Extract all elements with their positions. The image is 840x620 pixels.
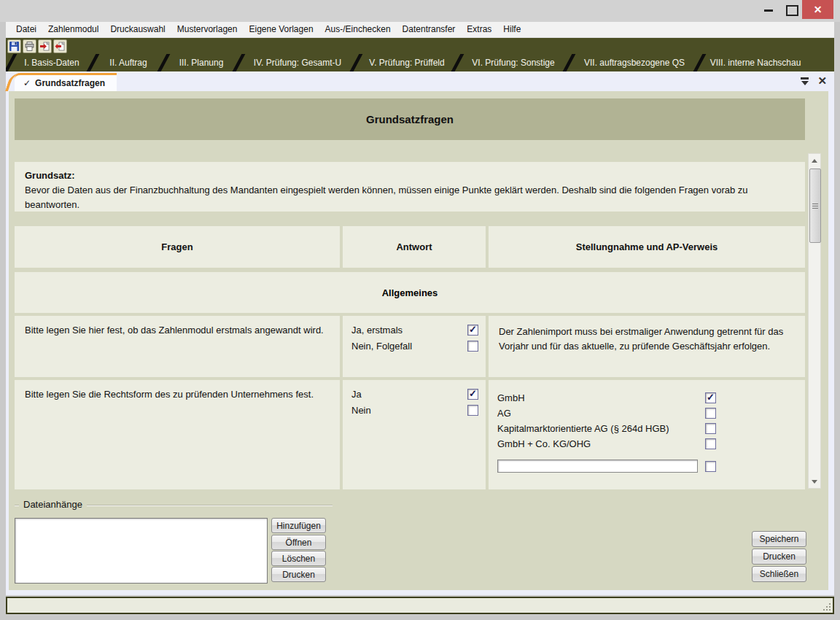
answer-line: Ja, erstmals [351, 322, 478, 338]
maximize-button[interactable] [782, 1, 802, 19]
custom-legal-form-input[interactable] [497, 460, 698, 473]
tab-pruefung-prueffeld[interactable]: V. Prüfung: Prüffeld [361, 54, 453, 71]
option-line: AG [497, 406, 716, 421]
custom-option-line [497, 460, 716, 473]
answer-line: Nein, Folgefall [351, 338, 478, 354]
menu-zahlenmodul[interactable]: Zahlenmodul [42, 22, 104, 37]
row1-answer-nein-checkbox[interactable] [467, 341, 478, 352]
tab-separator [159, 54, 168, 71]
menu-extras[interactable]: Extras [461, 22, 497, 37]
answer-label: Ja, erstmals [351, 325, 402, 336]
attachment-open-button[interactable]: Öffnen [271, 535, 326, 550]
option-label: Kapitalmarktorientierte AG (§ 264d HGB) [497, 423, 669, 434]
tab-separator [695, 54, 704, 71]
subtab-check-icon: ✓ [23, 78, 31, 88]
option-label: AG [497, 408, 511, 419]
print-button[interactable] [23, 39, 36, 53]
intro-heading: Grundsatz: [25, 168, 795, 183]
answer-line: Nein [351, 402, 478, 418]
menu-hilfe[interactable]: Hilfe [497, 22, 526, 37]
option-gmbh-co-kg-checkbox[interactable] [705, 438, 716, 449]
title-bar: ✕ [0, 0, 840, 22]
row1-question: Bitte legen Sie hier fest, ob das Zahlen… [15, 316, 340, 377]
checkin-button[interactable] [38, 39, 52, 53]
tab-separator [564, 54, 574, 71]
tab-auftragsbezogene-qs[interactable]: VII. auftragsbezogene QS [574, 54, 695, 71]
menu-bar: Datei Zahlenmodul Druckauswahl Mustervor… [6, 22, 834, 38]
scrollbar-thumb[interactable] [809, 168, 821, 243]
attachment-add-button[interactable]: Hinzufügen [271, 518, 326, 533]
tab-pruefung-sonstige[interactable]: VI. Prüfung: Sonstige [462, 54, 564, 71]
tab-basis-daten[interactable]: I. Basis-Daten [15, 54, 88, 71]
tab-list-dropdown-icon[interactable] [801, 77, 809, 85]
column-header-antwort: Antwort [343, 226, 486, 268]
attachment-print-button[interactable]: Drucken [271, 567, 326, 582]
menu-datentransfer[interactable]: Datentransfer [397, 22, 462, 37]
tab-planung[interactable]: III. Planung [168, 54, 234, 71]
maximize-icon [786, 5, 798, 16]
answer-label: Ja [351, 389, 362, 400]
resize-grip[interactable] [822, 602, 831, 611]
intro-box: Grundsatz: Bevor die Daten aus der Finan… [15, 162, 805, 212]
option-label: GmbH + Co. KG/OHG [497, 438, 591, 449]
attachment-delete-button[interactable]: Löschen [271, 551, 326, 566]
print-icon [24, 41, 35, 52]
close-button[interactable]: ✕ [802, 0, 833, 19]
scroll-down-icon[interactable] [809, 476, 820, 487]
option-label: GmbH [497, 392, 525, 403]
option-kapitalmarkt-ag-checkbox[interactable] [705, 423, 716, 434]
row2-answer-nein-checkbox[interactable] [467, 405, 478, 416]
close-icon: ✕ [814, 4, 822, 15]
subtab-grundsatzfragen[interactable]: ✓ Grundsatzfragen [15, 73, 117, 91]
option-gmbh-checkbox[interactable] [705, 392, 716, 403]
tab-interne-nachschau[interactable]: VIII. interne Nachschau [704, 54, 806, 71]
checkin-document-icon [39, 41, 50, 52]
toolbar [6, 38, 834, 54]
row2-answers: Ja Nein [343, 380, 486, 489]
save-icon [9, 41, 20, 52]
custom-legal-form-checkbox[interactable] [705, 461, 716, 472]
minimize-button[interactable] [758, 1, 779, 19]
attachments-group-label: Dateianhänge [19, 499, 87, 510]
close-document-button[interactable]: Schließen [752, 566, 806, 582]
tab-separator [234, 54, 244, 71]
answer-line: Ja [351, 386, 478, 402]
row2-options: GmbH AG Kapitalmarktorientierte AG (§ 26… [489, 380, 805, 489]
scroll-up-icon[interactable] [809, 155, 820, 166]
checkout-button[interactable] [53, 39, 67, 53]
print-document-button[interactable]: Drucken [752, 549, 806, 565]
tab-pruefung-gesamt-u[interactable]: IV. Prüfung: Gesamt-U [244, 54, 351, 71]
vertical-scrollbar[interactable] [808, 153, 821, 489]
tab-auftrag[interactable]: II. Auftrag [98, 54, 159, 71]
row1-note: Der Zahlenimport muss bei erstmaliger An… [489, 316, 805, 377]
save-button[interactable] [7, 39, 21, 53]
menu-datei[interactable]: Datei [10, 22, 42, 37]
menu-aus-einchecken[interactable]: Aus-/Einchecken [319, 22, 397, 37]
row1-answer-ja-checkbox[interactable] [467, 325, 478, 336]
panel-icon-group: ✕ [801, 75, 827, 87]
option-line: GmbH + Co. KG/OHG [497, 436, 716, 452]
option-line: Kapitalmarktorientierte AG (§ 264d HGB) [497, 421, 716, 436]
menu-druckauswahl[interactable]: Druckauswahl [104, 22, 171, 37]
tab-separator [351, 54, 361, 71]
section-title-allgemeines: Allgemeines [15, 272, 805, 313]
attachments-listbox[interactable] [15, 518, 268, 584]
row1-answers: Ja, erstmals Nein, Folgefall [343, 316, 486, 377]
content-area: Grundsatzfragen Grundsatz: Bevor die Dat… [9, 91, 828, 590]
menu-mustervorlagen[interactable]: Mustervorlagen [171, 22, 244, 37]
option-ag-checkbox[interactable] [705, 408, 716, 419]
minimize-icon [764, 9, 773, 12]
column-header-fragen: Fragen [15, 226, 340, 268]
tab-separator [453, 54, 462, 71]
tab-separator [88, 54, 98, 71]
checkout-document-icon [55, 41, 66, 52]
intro-text: Bevor die Daten aus der Finanzbuchhaltun… [25, 185, 748, 210]
answer-label: Nein, Folgefall [351, 341, 412, 352]
save-document-button[interactable]: Speichern [752, 531, 806, 547]
status-bar [6, 597, 834, 614]
row2-question: Bitte legen Sie die Rechtsform des zu pr… [15, 380, 340, 489]
panel-close-icon[interactable]: ✕ [817, 75, 827, 87]
row2-answer-ja-checkbox[interactable] [467, 389, 478, 400]
menu-eigene-vorlagen[interactable]: Eigene Vorlagen [243, 22, 319, 37]
subtab-label: Grundsatzfragen [35, 78, 105, 88]
